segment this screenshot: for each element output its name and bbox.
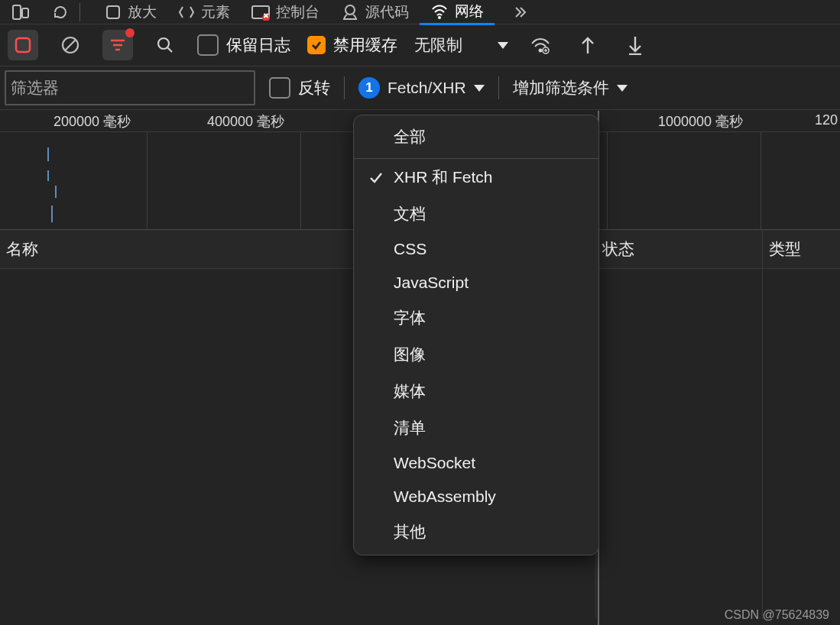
svg-rect-2 xyxy=(107,6,119,18)
more-tabs-icon[interactable] xyxy=(513,5,528,20)
clear-button[interactable] xyxy=(55,30,86,60)
filter-type-label: Fetch/XHR xyxy=(388,79,466,97)
chevron-down-icon xyxy=(617,85,628,92)
preserve-log-checkbox[interactable] xyxy=(197,34,219,56)
throttling-value: 无限制 xyxy=(414,34,462,56)
dropdown-label: 文档 xyxy=(394,203,426,225)
request-marker xyxy=(55,186,57,198)
dropdown-item[interactable]: 其他 xyxy=(354,513,598,550)
col-type[interactable]: 类型 xyxy=(763,230,840,268)
network-toolbar: 保留日志 禁用缓存 无限制 xyxy=(0,24,840,66)
col-status[interactable]: 状态 xyxy=(596,230,763,268)
throttling-select[interactable]: 无限制 xyxy=(414,34,508,56)
dropdown-label: 图像 xyxy=(394,344,426,365)
dropdown-item-all[interactable]: 全部 xyxy=(354,115,598,159)
watermark: CSDN @75624839 xyxy=(725,608,829,622)
dropdown-label: 媒体 xyxy=(394,381,426,402)
chevron-down-icon xyxy=(498,42,508,49)
filter-bar: 反转 1 Fetch/XHR 增加筛选条件 xyxy=(0,66,840,110)
dropdown-item[interactable]: CSS xyxy=(354,232,598,266)
upload-har-button[interactable] xyxy=(572,30,603,60)
dropdown-item[interactable]: 图像 xyxy=(354,336,598,373)
invert-label: 反转 xyxy=(298,77,330,99)
dropdown-label: CSS xyxy=(394,240,426,258)
tab-label: 源代码 xyxy=(365,2,409,22)
svg-point-6 xyxy=(438,16,441,19)
dropdown-label: 清单 xyxy=(394,417,426,439)
tab-label: 控制台 xyxy=(276,2,319,22)
overview-gridline xyxy=(607,132,608,230)
tab-elements[interactable]: 放大 xyxy=(94,1,167,24)
dropdown-label: 其他 xyxy=(394,521,426,542)
filter-panel-button[interactable] xyxy=(102,30,133,60)
download-har-button[interactable] xyxy=(620,30,650,60)
dropdown-item[interactable]: WebAssembly xyxy=(354,480,598,513)
dropdown-label: JavaScript xyxy=(394,274,469,292)
dropdown-label: XHR 和 Fetch xyxy=(394,167,493,188)
request-marker xyxy=(51,206,53,222)
tab-label: 元素 xyxy=(201,2,230,22)
more-filters-label: 增加筛选条件 xyxy=(513,77,609,99)
overview-gridline xyxy=(761,132,761,230)
svg-rect-0 xyxy=(13,5,21,19)
invert-checkbox[interactable] xyxy=(269,77,290,99)
overview-gridline xyxy=(300,132,301,230)
separator xyxy=(344,76,345,99)
svg-point-13 xyxy=(158,38,169,49)
overview-tick: 400000 毫秒 xyxy=(207,112,284,131)
overview-tick: 200000 毫秒 xyxy=(54,112,131,131)
filter-count-badge: 1 xyxy=(358,77,380,99)
record-button[interactable] xyxy=(8,30,38,60)
dropdown-item[interactable]: 清单 xyxy=(354,410,598,446)
dropdown-item[interactable]: 文档 xyxy=(354,196,598,232)
tab-sources[interactable]: 源代码 xyxy=(330,1,420,24)
panel-tabbar: 放大 元素 控制台 源代码 网络 xyxy=(0,0,840,24)
tab-network[interactable]: 网络 xyxy=(420,0,495,25)
dropdown-item[interactable]: JavaScript xyxy=(354,266,598,300)
svg-rect-1 xyxy=(22,8,28,18)
tab-console[interactable]: 控制台 xyxy=(241,1,330,24)
tab-label: 网络 xyxy=(455,2,484,21)
separator xyxy=(498,76,499,99)
device-toolbar-icon[interactable] xyxy=(11,5,31,20)
more-filters[interactable]: 增加筛选条件 xyxy=(513,77,628,99)
preserve-log-row[interactable]: 保留日志 xyxy=(197,34,290,56)
preserve-log-label: 保留日志 xyxy=(226,34,290,56)
tab-elements2[interactable]: 元素 xyxy=(167,1,241,24)
request-type-filter[interactable]: 1 Fetch/XHR xyxy=(358,77,485,99)
disable-cache-row[interactable]: 禁用缓存 xyxy=(307,34,397,56)
disable-cache-label: 禁用缓存 xyxy=(333,34,397,56)
svg-line-9 xyxy=(65,40,76,50)
request-marker xyxy=(47,147,49,161)
tab-label: 放大 xyxy=(128,2,157,22)
filter-input[interactable] xyxy=(5,70,255,105)
dropdown-label: WebSocket xyxy=(394,454,475,472)
chevron-down-icon xyxy=(474,85,485,92)
dropdown-item[interactable]: WebSocket xyxy=(354,446,598,480)
dropdown-item[interactable]: XHR 和 Fetch xyxy=(354,159,598,196)
svg-point-15 xyxy=(539,49,543,53)
overview-tick: 120 xyxy=(815,112,838,128)
invert-row[interactable]: 反转 xyxy=(269,77,330,99)
request-type-dropdown: 全部 XHR 和 Fetch文档CSSJavaScript字体图像媒体清单Web… xyxy=(353,115,599,555)
request-marker xyxy=(47,170,49,181)
svg-point-5 xyxy=(345,5,355,15)
dropdown-label: WebAssembly xyxy=(394,487,496,506)
disable-cache-checkbox[interactable] xyxy=(307,36,326,54)
check-icon xyxy=(368,170,384,185)
overview-tick: 1000000 毫秒 xyxy=(658,112,743,131)
search-button[interactable] xyxy=(150,30,180,60)
dropdown-label: 字体 xyxy=(394,307,426,329)
dropdown-item[interactable]: 媒体 xyxy=(354,373,598,410)
refresh-icon[interactable] xyxy=(52,4,69,21)
dropdown-label: 全部 xyxy=(394,126,426,147)
svg-line-14 xyxy=(167,47,172,52)
network-conditions-button[interactable] xyxy=(525,30,556,60)
overview-gridline xyxy=(147,132,148,230)
dropdown-item[interactable]: 字体 xyxy=(354,300,598,336)
svg-rect-7 xyxy=(16,38,30,52)
separator xyxy=(79,3,80,21)
